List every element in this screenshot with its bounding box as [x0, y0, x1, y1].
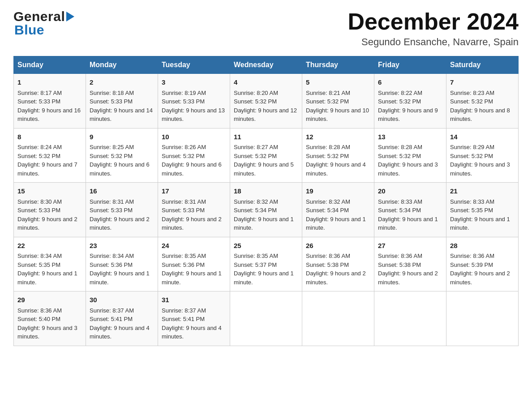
day-number: 8	[17, 132, 82, 142]
logo-triangle-icon	[66, 12, 74, 21]
day-number: 6	[378, 77, 442, 88]
day-info: Sunrise: 8:29 AMSunset: 5:32 PMDaylight:…	[450, 144, 510, 177]
day-number: 15	[17, 186, 82, 197]
day-number: 4	[234, 77, 298, 88]
page-header: General Blue December 2024 Segundo Ensan…	[13, 9, 519, 48]
day-info: Sunrise: 8:33 AMSunset: 5:35 PMDaylight:…	[450, 198, 510, 231]
calendar-cell: 6 Sunrise: 8:22 AMSunset: 5:32 PMDayligh…	[374, 74, 446, 128]
day-number: 13	[378, 132, 442, 142]
day-number: 5	[306, 77, 370, 88]
day-number: 21	[450, 186, 515, 197]
day-info: Sunrise: 8:37 AMSunset: 5:41 PMDaylight:…	[162, 307, 222, 340]
day-info: Sunrise: 8:28 AMSunset: 5:32 PMDaylight:…	[378, 144, 438, 177]
day-number: 29	[17, 295, 82, 305]
calendar-cell: 15 Sunrise: 8:30 AMSunset: 5:33 PMDaylig…	[14, 183, 86, 237]
calendar-cell	[230, 291, 302, 346]
day-info: Sunrise: 8:32 AMSunset: 5:34 PMDaylight:…	[234, 198, 294, 231]
calendar-cell: 24 Sunrise: 8:35 AMSunset: 5:36 PMDaylig…	[158, 237, 230, 291]
calendar-cell: 5 Sunrise: 8:21 AMSunset: 5:32 PMDayligh…	[302, 74, 374, 128]
weekday-header-tuesday: Tuesday	[158, 56, 230, 74]
day-info: Sunrise: 8:35 AMSunset: 5:36 PMDaylight:…	[162, 253, 222, 286]
title-section: December 2024 Segundo Ensanche, Navarre,…	[348, 9, 519, 48]
day-number: 24	[162, 241, 226, 251]
day-info: Sunrise: 8:20 AMSunset: 5:32 PMDaylight:…	[234, 90, 297, 123]
day-info: Sunrise: 8:36 AMSunset: 5:38 PMDaylight:…	[378, 253, 438, 286]
day-number: 22	[17, 241, 82, 251]
day-info: Sunrise: 8:31 AMSunset: 5:33 PMDaylight:…	[162, 198, 222, 231]
day-number: 3	[162, 77, 226, 88]
calendar-cell: 14 Sunrise: 8:29 AMSunset: 5:32 PMDaylig…	[446, 128, 519, 183]
calendar-cell: 7 Sunrise: 8:23 AMSunset: 5:32 PMDayligh…	[446, 74, 519, 128]
day-number: 10	[162, 132, 226, 142]
calendar-week-row: 8 Sunrise: 8:24 AMSunset: 5:32 PMDayligh…	[14, 128, 519, 183]
calendar-cell: 10 Sunrise: 8:26 AMSunset: 5:32 PMDaylig…	[158, 128, 230, 183]
weekday-header-monday: Monday	[86, 56, 158, 74]
day-info: Sunrise: 8:36 AMSunset: 5:40 PMDaylight:…	[17, 307, 77, 340]
calendar-cell: 22 Sunrise: 8:34 AMSunset: 5:35 PMDaylig…	[14, 237, 86, 291]
day-number: 9	[90, 132, 154, 142]
day-info: Sunrise: 8:23 AMSunset: 5:32 PMDaylight:…	[450, 90, 510, 123]
logo-general-text: General	[13, 9, 65, 24]
calendar-cell	[374, 291, 446, 346]
calendar-cell: 27 Sunrise: 8:36 AMSunset: 5:38 PMDaylig…	[374, 237, 446, 291]
day-info: Sunrise: 8:35 AMSunset: 5:37 PMDaylight:…	[234, 253, 294, 286]
day-info: Sunrise: 8:36 AMSunset: 5:39 PMDaylight:…	[450, 253, 510, 286]
day-number: 11	[234, 132, 298, 142]
calendar-cell: 23 Sunrise: 8:34 AMSunset: 5:36 PMDaylig…	[86, 237, 158, 291]
day-number: 12	[306, 132, 370, 142]
calendar-week-row: 15 Sunrise: 8:30 AMSunset: 5:33 PMDaylig…	[14, 183, 519, 237]
calendar-cell	[446, 291, 519, 346]
day-info: Sunrise: 8:33 AMSunset: 5:34 PMDaylight:…	[378, 198, 438, 231]
calendar-cell: 1 Sunrise: 8:17 AMSunset: 5:33 PMDayligh…	[14, 74, 86, 128]
calendar-week-row: 22 Sunrise: 8:34 AMSunset: 5:35 PMDaylig…	[14, 237, 519, 291]
weekday-header-wednesday: Wednesday	[230, 56, 302, 74]
day-number: 2	[90, 77, 154, 88]
logo-blue-text: Blue	[14, 22, 44, 38]
day-number: 17	[162, 186, 226, 197]
calendar-cell: 8 Sunrise: 8:24 AMSunset: 5:32 PMDayligh…	[14, 128, 86, 183]
day-number: 1	[17, 77, 82, 88]
day-info: Sunrise: 8:28 AMSunset: 5:32 PMDaylight:…	[306, 144, 366, 177]
day-number: 23	[90, 241, 154, 251]
day-info: Sunrise: 8:21 AMSunset: 5:32 PMDaylight:…	[306, 90, 369, 123]
day-info: Sunrise: 8:36 AMSunset: 5:38 PMDaylight:…	[306, 253, 366, 286]
calendar-cell: 18 Sunrise: 8:32 AMSunset: 5:34 PMDaylig…	[230, 183, 302, 237]
day-number: 16	[90, 186, 154, 197]
calendar-week-row: 1 Sunrise: 8:17 AMSunset: 5:33 PMDayligh…	[14, 74, 519, 128]
calendar-cell: 12 Sunrise: 8:28 AMSunset: 5:32 PMDaylig…	[302, 128, 374, 183]
calendar-cell: 21 Sunrise: 8:33 AMSunset: 5:35 PMDaylig…	[446, 183, 519, 237]
day-number: 20	[378, 186, 442, 197]
day-info: Sunrise: 8:19 AMSunset: 5:33 PMDaylight:…	[162, 90, 225, 123]
day-info: Sunrise: 8:34 AMSunset: 5:36 PMDaylight:…	[90, 253, 150, 286]
day-number: 7	[450, 77, 515, 88]
calendar-cell: 30 Sunrise: 8:37 AMSunset: 5:41 PMDaylig…	[86, 291, 158, 346]
calendar-cell: 26 Sunrise: 8:36 AMSunset: 5:38 PMDaylig…	[302, 237, 374, 291]
day-number: 28	[450, 241, 515, 251]
day-number: 27	[378, 241, 442, 251]
day-info: Sunrise: 8:24 AMSunset: 5:32 PMDaylight:…	[17, 144, 77, 177]
weekday-header-friday: Friday	[374, 56, 446, 74]
day-number: 14	[450, 132, 515, 142]
calendar-cell: 29 Sunrise: 8:36 AMSunset: 5:40 PMDaylig…	[14, 291, 86, 346]
day-info: Sunrise: 8:25 AMSunset: 5:32 PMDaylight:…	[90, 144, 150, 177]
day-info: Sunrise: 8:32 AMSunset: 5:34 PMDaylight:…	[306, 198, 366, 231]
day-info: Sunrise: 8:27 AMSunset: 5:32 PMDaylight:…	[234, 144, 294, 177]
day-info: Sunrise: 8:17 AMSunset: 5:33 PMDaylight:…	[17, 90, 81, 123]
calendar-cell: 13 Sunrise: 8:28 AMSunset: 5:32 PMDaylig…	[374, 128, 446, 183]
day-info: Sunrise: 8:37 AMSunset: 5:41 PMDaylight:…	[90, 307, 150, 340]
calendar-cell: 4 Sunrise: 8:20 AMSunset: 5:32 PMDayligh…	[230, 74, 302, 128]
weekday-header-sunday: Sunday	[14, 56, 86, 74]
day-number: 25	[234, 241, 298, 251]
calendar-table: SundayMondayTuesdayWednesdayThursdayFrid…	[13, 56, 519, 346]
day-number: 30	[90, 295, 154, 305]
day-info: Sunrise: 8:31 AMSunset: 5:33 PMDaylight:…	[90, 198, 150, 231]
day-info: Sunrise: 8:30 AMSunset: 5:33 PMDaylight:…	[17, 198, 77, 231]
weekday-header-thursday: Thursday	[302, 56, 374, 74]
calendar-cell: 3 Sunrise: 8:19 AMSunset: 5:33 PMDayligh…	[158, 74, 230, 128]
calendar-cell: 9 Sunrise: 8:25 AMSunset: 5:32 PMDayligh…	[86, 128, 158, 183]
weekday-header-row: SundayMondayTuesdayWednesdayThursdayFrid…	[14, 56, 519, 74]
calendar-cell: 11 Sunrise: 8:27 AMSunset: 5:32 PMDaylig…	[230, 128, 302, 183]
calendar-cell: 2 Sunrise: 8:18 AMSunset: 5:33 PMDayligh…	[86, 74, 158, 128]
day-info: Sunrise: 8:26 AMSunset: 5:32 PMDaylight:…	[162, 144, 222, 177]
weekday-header-saturday: Saturday	[446, 56, 519, 74]
